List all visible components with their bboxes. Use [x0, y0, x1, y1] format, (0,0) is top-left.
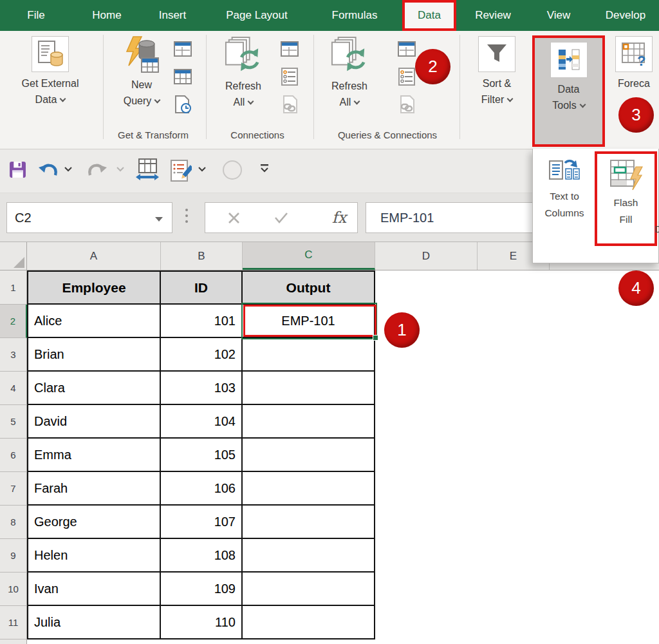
select-all-corner[interactable] [0, 242, 27, 270]
refresh-all-button[interactable]: Refresh All [216, 36, 270, 110]
tab-data[interactable]: Data [402, 0, 456, 31]
redo-icon[interactable] [86, 162, 108, 178]
cell-C1[interactable]: Output [243, 270, 375, 305]
formula-bar-splitter[interactable] [185, 209, 188, 226]
name-box-dropdown-icon[interactable] [155, 217, 163, 222]
tab-develop[interactable]: Develop [592, 0, 659, 31]
customize-qat-icon[interactable] [260, 164, 269, 174]
text-to-columns-button[interactable]: Text to Columns [536, 156, 593, 242]
row-header-12[interactable] [0, 639, 27, 644]
row-header-3[interactable]: 3 [0, 338, 27, 372]
row-header-10[interactable]: 10 [0, 573, 27, 606]
refresh-all-button-2[interactable]: Refresh All [322, 36, 376, 110]
edit-document-icon[interactable] [170, 159, 192, 182]
tab-file[interactable]: File [13, 0, 59, 31]
undo-icon[interactable] [37, 162, 59, 178]
cell-B1[interactable]: ID [161, 270, 243, 305]
edit-links-button[interactable] [396, 94, 417, 115]
tab-view[interactable]: View [537, 0, 580, 31]
cell-C10[interactable] [243, 573, 375, 606]
cell-A10[interactable]: Ivan [27, 573, 161, 606]
cell-B11[interactable]: 110 [161, 606, 243, 639]
sheet-row-11: 11Julia110 [0, 606, 659, 639]
fill-handle[interactable] [373, 335, 378, 341]
cell-A7[interactable]: Farah [27, 472, 161, 506]
cell-C4[interactable] [243, 372, 375, 405]
row-header-8[interactable]: 8 [0, 506, 27, 539]
from-table-button[interactable] [172, 66, 193, 87]
tab-home[interactable]: Home [80, 0, 134, 31]
circle-shape-icon[interactable] [223, 160, 242, 180]
redo-caret-icon[interactable] [116, 167, 124, 172]
row-header-9[interactable]: 9 [0, 539, 27, 573]
cell-B3[interactable]: 102 [161, 338, 243, 372]
edit-links-button[interactable] [279, 94, 300, 115]
cell-A3[interactable]: Brian [27, 338, 161, 372]
row-header-11[interactable]: 11 [0, 606, 27, 639]
column-header-b[interactable]: B [161, 242, 243, 270]
cell-C9[interactable] [243, 539, 375, 573]
sort-filter-label-1: Sort & [481, 75, 513, 91]
refresh-all-label-1: Refresh [331, 78, 367, 94]
cell-B4[interactable]: 103 [161, 372, 243, 405]
row-header-4[interactable]: 4 [0, 372, 27, 405]
cell-B8[interactable]: 107 [161, 506, 243, 539]
cell-B9[interactable]: 108 [161, 539, 243, 573]
autofit-column-width-icon[interactable] [135, 158, 160, 182]
save-icon[interactable] [9, 161, 26, 178]
cell-C2[interactable]: EMP-101 [243, 305, 375, 338]
cell-C8[interactable] [243, 506, 375, 539]
cell-C3[interactable] [243, 338, 375, 372]
cell-B6[interactable]: 105 [161, 439, 243, 472]
row-header-7[interactable]: 7 [0, 472, 27, 506]
show-queries-button[interactable] [172, 39, 193, 59]
new-query-button[interactable]: New Query [113, 36, 170, 109]
properties-button[interactable] [279, 66, 300, 87]
cell-B10[interactable]: 109 [161, 573, 243, 606]
row-header-2[interactable]: 2 [0, 305, 27, 338]
tab-page-layout[interactable]: Page Layout [209, 0, 305, 31]
row-header-1[interactable]: 1 [0, 270, 27, 305]
cell-B2[interactable]: 101 [161, 305, 243, 338]
insert-function-icon[interactable]: fx [322, 203, 356, 232]
undo-caret-icon[interactable] [64, 167, 72, 172]
cell-A8[interactable]: George [27, 506, 161, 539]
cell-A5[interactable]: David [27, 405, 161, 439]
cell-C11[interactable] [243, 606, 375, 639]
cell-A1[interactable]: Employee [27, 270, 161, 305]
recent-sources-button[interactable] [172, 94, 193, 115]
cell-A2[interactable]: Alice [27, 305, 161, 338]
cell-A6[interactable]: Emma [27, 439, 161, 472]
connections-button[interactable] [279, 39, 300, 59]
column-header-d[interactable]: D [375, 242, 478, 270]
cell-C7[interactable] [243, 472, 375, 506]
queries-connections-button[interactable] [396, 39, 417, 59]
tab-insert[interactable]: Insert [145, 0, 200, 31]
column-header-c[interactable]: C [243, 242, 375, 270]
cell-B7[interactable]: 106 [161, 472, 243, 506]
tab-review[interactable]: Review [461, 0, 525, 31]
properties-button[interactable] [396, 66, 417, 87]
cell-C6[interactable] [243, 439, 375, 472]
cell-A9[interactable]: Helen [27, 539, 161, 573]
sort-filter-button[interactable]: Sort & Filter [472, 36, 521, 108]
edit-document-caret-icon[interactable] [198, 167, 206, 172]
cell-A4[interactable]: Clara [27, 372, 161, 405]
data-tools-button[interactable]: Data Tools [532, 35, 605, 147]
cell-A11[interactable]: Julia [27, 606, 161, 639]
tab-formulas[interactable]: Formulas [318, 0, 391, 31]
refresh-all-label-2: All [225, 94, 261, 110]
formula-bar-buttons: fx [205, 202, 358, 233]
flash-fill-button[interactable]: Flash Fill [595, 151, 657, 246]
group-separator [459, 35, 460, 139]
enter-icon[interactable] [262, 203, 301, 232]
get-external-data-button[interactable]: Get External Data [8, 36, 93, 108]
column-header-a[interactable]: A [27, 242, 161, 270]
forecast-button[interactable]: ? Foreca [609, 36, 659, 91]
row-header-6[interactable]: 6 [0, 439, 27, 472]
cell-B5[interactable]: 104 [161, 405, 243, 439]
row-header-5[interactable]: 5 [0, 405, 27, 439]
name-box[interactable]: C2 [6, 202, 172, 233]
cell-C5[interactable] [243, 405, 375, 439]
cancel-icon[interactable] [214, 203, 253, 232]
